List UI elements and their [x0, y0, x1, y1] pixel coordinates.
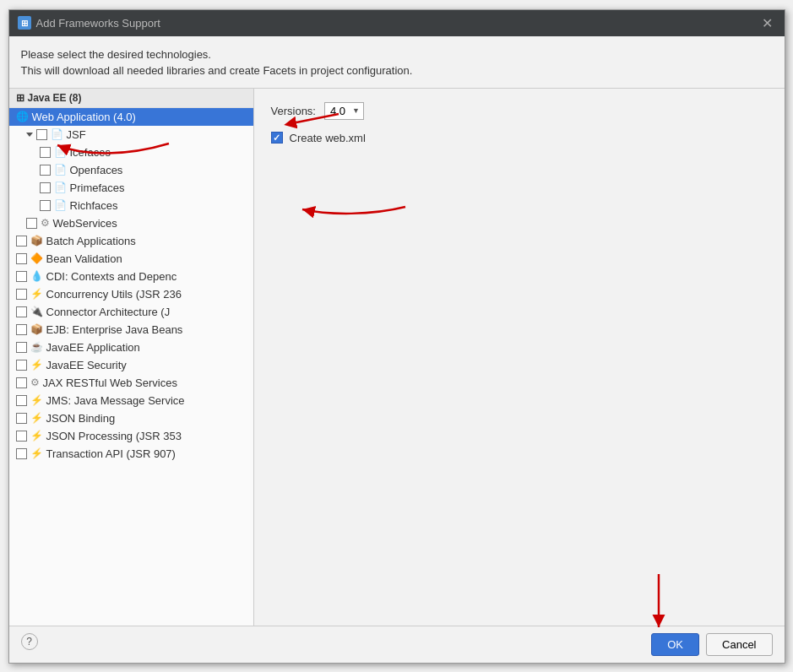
- json-processing-checkbox[interactable]: [16, 431, 27, 442]
- dialog: ⊞ Add Frameworks Support ✕ Please select…: [8, 9, 785, 664]
- jax-icon: ⚙: [30, 377, 40, 388]
- create-xml-row[interactable]: Create web.xml: [271, 132, 768, 144]
- tree-item-json-binding[interactable]: ⚡ JSON Binding: [9, 409, 253, 427]
- dialog-icon: ⊞: [18, 16, 31, 30]
- tree-item-jsf[interactable]: 📄 JSF: [9, 126, 253, 144]
- version-select[interactable]: 4.0 3.1 3.0 2.5: [324, 102, 364, 120]
- ejb-checkbox[interactable]: [16, 324, 27, 335]
- primefaces-icon: 📄: [54, 182, 67, 193]
- json-processing-label: JSON Processing (JSR 353: [46, 430, 182, 442]
- jsf-expand-icon: [26, 133, 33, 137]
- richfaces-label: Richfaces: [70, 199, 118, 212]
- right-panel: Versions: 4.0 3.1 3.0 2.5 Create web.xml: [254, 89, 785, 626]
- openfaces-label: Openfaces: [70, 164, 123, 176]
- cancel-button[interactable]: Cancel: [706, 633, 772, 656]
- webservices-checkbox[interactable]: [26, 218, 37, 229]
- cdi-icon: 💧: [30, 270, 43, 282]
- javaee-security-label: JavaEE Security: [46, 359, 127, 371]
- primefaces-checkbox[interactable]: [40, 182, 51, 193]
- arrow-overlay-1: [254, 89, 785, 626]
- cdi-label: CDI: Contexts and Depenc: [46, 270, 177, 283]
- webservices-label: WebServices: [53, 217, 117, 230]
- openfaces-checkbox[interactable]: [40, 165, 51, 176]
- tree-item-openfaces[interactable]: 📄 Openfaces: [9, 161, 253, 179]
- connector-checkbox[interactable]: [16, 306, 27, 317]
- batch-checkbox[interactable]: [16, 236, 27, 247]
- section-label: Java EE (8): [28, 92, 82, 104]
- header-line2: This will download all needed libraries …: [21, 62, 773, 79]
- transaction-label: Transaction API (JSR 907): [46, 447, 176, 460]
- tree-item-json-processing[interactable]: ⚡ JSON Processing (JSR 353: [9, 427, 253, 445]
- json-binding-checkbox[interactable]: [16, 413, 27, 424]
- dialog-footer: ? OK Cancel: [9, 626, 785, 663]
- tree-item-web-app[interactable]: 🌐 Web Application (4.0): [9, 108, 253, 126]
- dialog-header: Please select the desired technologies. …: [9, 36, 785, 89]
- versions-label: Versions:: [271, 105, 316, 117]
- tree-item-richfaces[interactable]: 📄 Richfaces: [9, 197, 253, 214]
- create-xml-checkbox[interactable]: [271, 132, 283, 144]
- jax-checkbox[interactable]: [16, 377, 27, 388]
- web-app-label: Web Application (4.0): [32, 111, 136, 123]
- concurrency-icon: ⚡: [30, 288, 43, 300]
- tree-item-javaee-app[interactable]: ☕ JavaEE Application: [9, 339, 253, 356]
- close-button[interactable]: ✕: [758, 15, 776, 31]
- dialog-title: Add Frameworks Support: [36, 17, 160, 30]
- concurrency-label: Concurrency Utils (JSR 236: [46, 288, 182, 301]
- jsf-label: JSF: [67, 128, 86, 141]
- openfaces-icon: 📄: [54, 164, 67, 176]
- transaction-icon: ⚡: [30, 447, 43, 459]
- json-processing-icon: ⚡: [30, 430, 43, 442]
- tree-item-batch[interactable]: 📦 Batch Applications: [9, 232, 253, 250]
- jms-checkbox[interactable]: [16, 395, 27, 406]
- transaction-checkbox[interactable]: [16, 448, 27, 459]
- create-xml-label: Create web.xml: [290, 132, 366, 144]
- concurrency-checkbox[interactable]: [16, 289, 27, 300]
- tree-item-javaee-security[interactable]: ⚡ JavaEE Security: [9, 356, 253, 374]
- dialog-body: ⊞ Java EE (8) 🌐 Web Application (4.0) 📄 …: [9, 89, 785, 626]
- jsf-icon: 📄: [51, 128, 63, 140]
- tree-item-ejb[interactable]: 📦 EJB: Enterprise Java Beans: [9, 321, 253, 339]
- ejb-label: EJB: Enterprise Java Beans: [46, 323, 183, 336]
- help-icon[interactable]: ?: [21, 633, 38, 650]
- title-bar: ⊞ Add Frameworks Support ✕: [9, 10, 785, 36]
- batch-icon: 📦: [30, 235, 43, 247]
- ok-button[interactable]: OK: [651, 633, 699, 656]
- bean-label: Bean Validation: [46, 252, 122, 265]
- section-icon: ⊞: [16, 92, 24, 104]
- left-panel: ⊞ Java EE (8) 🌐 Web Application (4.0) 📄 …: [9, 89, 254, 626]
- connector-icon: 🔌: [30, 306, 43, 317]
- section-header: ⊞ Java EE (8): [9, 89, 253, 108]
- tree-item-icefaces[interactable]: 📄 Icefaces: [9, 144, 253, 161]
- javaee-app-icon: ☕: [30, 341, 43, 353]
- javaee-app-checkbox[interactable]: [16, 342, 27, 353]
- icefaces-checkbox[interactable]: [40, 147, 51, 158]
- tree-item-bean[interactable]: 🔶 Bean Validation: [9, 250, 253, 268]
- jms-icon: ⚡: [30, 394, 43, 406]
- jax-label: JAX RESTful Web Services: [43, 377, 177, 389]
- bean-icon: 🔶: [30, 252, 43, 264]
- tree-item-connector[interactable]: 🔌 Connector Architecture (J: [9, 303, 253, 321]
- version-select-wrapper[interactable]: 4.0 3.1 3.0 2.5: [324, 102, 364, 120]
- cdi-checkbox[interactable]: [16, 271, 27, 282]
- tree-item-concurrency[interactable]: ⚡ Concurrency Utils (JSR 236: [9, 285, 253, 303]
- json-binding-icon: ⚡: [30, 412, 43, 424]
- header-line1: Please select the desired technologies.: [21, 46, 773, 63]
- connector-label: Connector Architecture (J: [46, 306, 171, 318]
- tree-item-webservices[interactable]: ⚙ WebServices: [9, 214, 253, 232]
- json-binding-label: JSON Binding: [46, 412, 116, 425]
- icefaces-label: Icefaces: [70, 146, 111, 159]
- jsf-checkbox[interactable]: [36, 129, 47, 140]
- ejb-icon: 📦: [30, 323, 43, 335]
- tree-item-cdi[interactable]: 💧 CDI: Contexts and Depenc: [9, 268, 253, 285]
- tree-item-transaction[interactable]: ⚡ Transaction API (JSR 907): [9, 445, 253, 463]
- tree-item-jms[interactable]: ⚡ JMS: Java Message Service: [9, 392, 253, 409]
- title-bar-left: ⊞ Add Frameworks Support: [18, 16, 160, 30]
- tree-item-primefaces[interactable]: 📄 Primefaces: [9, 179, 253, 197]
- bean-checkbox[interactable]: [16, 253, 27, 264]
- richfaces-checkbox[interactable]: [40, 200, 51, 211]
- versions-row: Versions: 4.0 3.1 3.0 2.5: [271, 102, 768, 120]
- javaee-security-icon: ⚡: [30, 359, 43, 371]
- richfaces-icon: 📄: [54, 199, 67, 211]
- tree-item-jax[interactable]: ⚙ JAX RESTful Web Services: [9, 374, 253, 392]
- javaee-security-checkbox[interactable]: [16, 360, 27, 371]
